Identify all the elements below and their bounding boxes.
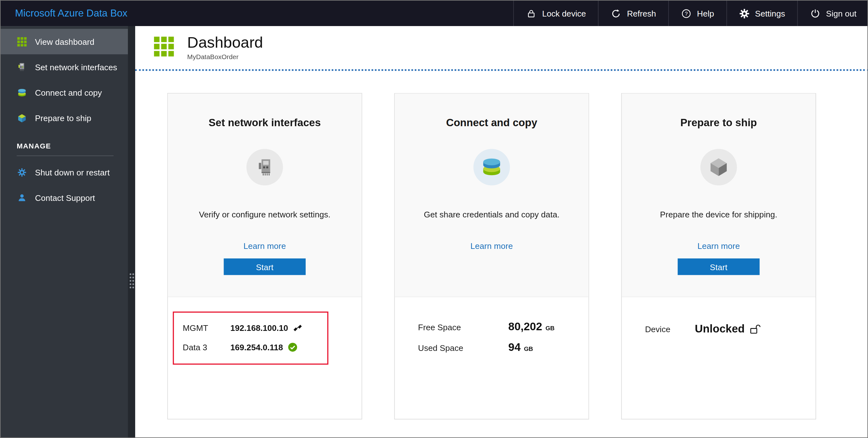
refresh-icon — [611, 8, 621, 19]
azure-data-box-window: Microsoft Azure Data Box Lock device Ref… — [0, 0, 868, 438]
help-icon: ? — [681, 8, 691, 19]
dashboard-cards: Set network interfaces Verify or configu… — [135, 69, 868, 438]
sidebar-item-contact-support[interactable]: Contact Support — [1, 185, 128, 210]
card-prepare-to-ship: Prepare to ship Prepare the device for s… — [621, 93, 816, 419]
network-annotation-box: MGMT 192.168.100.10 Data 3 169.254.0.118 — [173, 311, 328, 365]
person-icon — [17, 193, 26, 202]
help-button[interactable]: ? Help — [668, 1, 726, 26]
page-header: Dashboard MyDataBoxOrder — [135, 26, 868, 69]
device-status-value: Unlocked — [695, 323, 745, 335]
interface-row-data3: Data 3 169.254.0.118 — [183, 338, 318, 357]
page-subtitle: MyDataBoxOrder — [187, 53, 263, 61]
card-title: Set network interfaces — [168, 117, 362, 129]
device-status-row: Device Unlocked — [622, 310, 815, 335]
stat-unit: GB — [546, 325, 555, 332]
main-content: Dashboard MyDataBoxOrder Set network int… — [135, 26, 868, 438]
start-button[interactable]: Start — [678, 259, 760, 275]
card-title: Connect and copy — [395, 117, 588, 129]
card-description: Verify or configure network settings. — [168, 210, 362, 219]
power-icon — [810, 8, 820, 19]
interface-ip: 169.254.0.118 — [230, 343, 283, 352]
sidebar-edge-strip — [128, 26, 135, 438]
sidebar-item-set-network-interfaces[interactable]: Set network interfaces — [1, 54, 128, 80]
sidebar-item-connect-and-copy[interactable]: Connect and copy — [1, 80, 128, 105]
topbar: Microsoft Azure Data Box Lock device Ref… — [1, 1, 868, 26]
card-description: Get share credentials and copy data. — [395, 210, 588, 219]
sidebar-item-shut-down-or-restart[interactable]: Shut down or restart — [1, 160, 128, 185]
settings-label: Settings — [755, 8, 785, 18]
lock-device-label: Lock device — [542, 8, 586, 18]
stat-value: 80,202 — [508, 321, 542, 333]
sidebar-item-label: Set network interfaces — [35, 62, 117, 72]
used-space-row: Used Space 94 GB — [418, 341, 588, 353]
sidebar-item-label: Contact Support — [35, 193, 95, 202]
settings-button[interactable]: Settings — [726, 1, 797, 26]
stat-value: 94 — [508, 341, 521, 353]
power-gear-icon — [17, 168, 26, 177]
learn-more-link[interactable]: Learn more — [470, 241, 513, 251]
gear-icon — [739, 8, 749, 19]
check-icon — [288, 343, 298, 352]
manage-section-label: MANAGE — [1, 138, 128, 153]
sidebar: View dashboard Set network interfaces Co… — [1, 26, 135, 438]
refresh-label: Refresh — [627, 8, 656, 18]
card-set-network-interfaces: Set network interfaces Verify or configu… — [167, 93, 362, 419]
stat-label: Used Space — [418, 343, 508, 352]
space-stats: Free Space 80,202 GB Used Space 94 GB — [395, 310, 588, 354]
sidebar-item-label: Connect and copy — [35, 88, 102, 97]
dashboard-grid-icon — [154, 37, 174, 59]
free-space-row: Free Space 80,202 GB — [418, 321, 588, 333]
disks-icon — [17, 88, 26, 97]
device-label: Device — [645, 324, 695, 334]
page-title: Dashboard — [187, 34, 263, 52]
sidebar-item-label: View dashboard — [35, 37, 94, 46]
box-icon — [701, 149, 737, 185]
card-connect-and-copy: Connect and copy Get share credentials a… — [394, 93, 589, 419]
stat-label: Free Space — [418, 323, 508, 332]
sidebar-item-view-dashboard[interactable]: View dashboard — [1, 29, 128, 54]
start-button[interactable]: Start — [224, 259, 306, 275]
box-icon — [17, 113, 26, 123]
svg-text:?: ? — [685, 10, 688, 16]
learn-more-link[interactable]: Learn more — [243, 241, 286, 251]
lock-device-button[interactable]: Lock device — [514, 1, 598, 26]
sign-out-label: Sign out — [826, 8, 857, 18]
network-card-icon — [17, 63, 26, 71]
stat-unit: GB — [524, 345, 533, 352]
interface-ip: 192.168.100.10 — [230, 323, 288, 333]
interface-row-mgmt: MGMT 192.168.100.10 — [183, 318, 318, 338]
sidebar-item-label: Shut down or restart — [35, 168, 110, 177]
refresh-button[interactable]: Refresh — [598, 1, 668, 26]
app-title: Microsoft Azure Data Box — [1, 1, 514, 26]
help-label: Help — [697, 8, 714, 18]
sidebar-item-label: Prepare to ship — [35, 113, 91, 123]
plug-icon — [293, 324, 304, 332]
dashboard-grid-icon — [17, 37, 26, 46]
card-title: Prepare to ship — [622, 117, 815, 129]
network-card-icon — [247, 149, 283, 185]
card-description: Prepare the device for shipping. — [622, 210, 815, 219]
unlock-icon — [749, 324, 762, 334]
learn-more-link[interactable]: Learn more — [698, 241, 740, 251]
sidebar-divider — [17, 156, 114, 156]
sidebar-item-prepare-to-ship[interactable]: Prepare to ship — [1, 105, 128, 131]
sidebar-resize-handle[interactable] — [130, 273, 134, 288]
lock-icon — [526, 8, 536, 19]
interface-name: Data 3 — [183, 343, 230, 352]
disks-icon — [473, 149, 510, 185]
interface-name: MGMT — [183, 323, 230, 333]
sign-out-button[interactable]: Sign out — [797, 1, 868, 26]
